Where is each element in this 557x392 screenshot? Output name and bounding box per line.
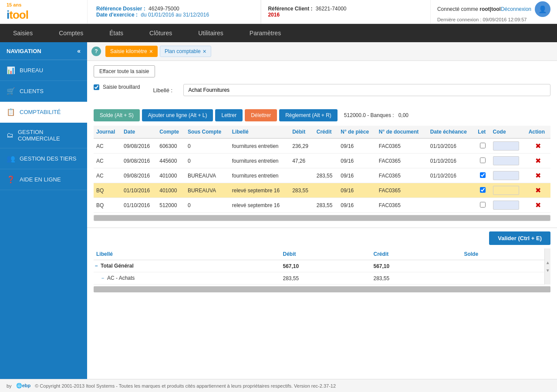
nav-parametres[interactable]: Paramètres bbox=[236, 24, 294, 42]
let-checkbox[interactable] bbox=[480, 187, 486, 193]
code-input[interactable] bbox=[493, 171, 519, 180]
cell-let[interactable] bbox=[475, 168, 490, 183]
cell-libelle: relevé septembre 16 bbox=[230, 198, 290, 213]
sidebar-item-aide-en-ligne[interactable]: ❓ AIDE EN LIGNE bbox=[0, 169, 87, 190]
ref-client-year: 2016 bbox=[268, 12, 423, 18]
cell-action[interactable]: ✖ bbox=[526, 198, 550, 213]
let-checkbox[interactable] bbox=[480, 172, 486, 178]
clients-icon: 🛒 bbox=[7, 87, 15, 95]
deconnexion-link[interactable]: Déconnexion bbox=[501, 6, 531, 12]
summary-expand-icon[interactable]: － bbox=[94, 263, 99, 269]
tab-saisie-km[interactable]: Saisie kilomètre × bbox=[105, 46, 158, 57]
remove-icon[interactable]: ✖ bbox=[535, 142, 541, 150]
nav-utilitaires[interactable]: Utilitaires bbox=[185, 24, 236, 42]
cell-sous-compte: 0 bbox=[185, 138, 230, 154]
let-checkbox[interactable] bbox=[480, 202, 486, 208]
logo-years: 15 ans bbox=[7, 2, 21, 7]
valider-button[interactable]: Valider (Ctrl + E) bbox=[489, 231, 550, 245]
cell-let[interactable] bbox=[475, 198, 490, 213]
table-scroll[interactable]: Journal Date Compte Sous Compte Libellé … bbox=[94, 126, 550, 213]
cell-action[interactable]: ✖ bbox=[526, 138, 550, 154]
logo-text: itool bbox=[7, 8, 28, 21]
logo: 15 ans itool bbox=[7, 2, 28, 22]
summary-scrollbar-thumb[interactable] bbox=[94, 286, 550, 292]
clear-button[interactable]: Effacer toute la saisie bbox=[94, 65, 155, 77]
cell-debit bbox=[290, 168, 314, 183]
help-button[interactable]: ? bbox=[91, 47, 101, 56]
table-row: AC 09/08/2016 445600 0 fournitures entre… bbox=[94, 154, 550, 168]
let-checkbox[interactable] bbox=[480, 157, 486, 163]
ref-dossier-value: 46249-75000 bbox=[149, 6, 179, 12]
tab-saisie-km-close[interactable]: × bbox=[149, 48, 153, 54]
saisie-brouillard-checkbox[interactable] bbox=[94, 84, 99, 90]
content-area: Effacer toute la saisie Saisie brouillar… bbox=[87, 61, 557, 228]
code-input[interactable] bbox=[493, 141, 519, 151]
cell-no-piece: 09/16 bbox=[338, 168, 376, 183]
summary-col-debit: Débit bbox=[280, 248, 371, 260]
cell-let[interactable] bbox=[475, 183, 490, 198]
nav-etats[interactable]: États bbox=[96, 24, 136, 42]
let-checkbox[interactable] bbox=[480, 143, 486, 148]
scroll-down-icon[interactable]: ▼ bbox=[546, 267, 550, 275]
cell-code[interactable] bbox=[490, 183, 526, 198]
cell-date: 09/08/2016 bbox=[121, 138, 157, 154]
tab-saisie-km-label: Saisie kilomètre bbox=[110, 48, 147, 54]
delettrer-button[interactable]: Délettrer bbox=[245, 109, 277, 121]
sidebar-item-clients[interactable]: 🛒 CLIENTS bbox=[0, 81, 87, 102]
cell-code[interactable] bbox=[490, 168, 526, 183]
remove-icon[interactable]: ✖ bbox=[535, 157, 541, 164]
code-input[interactable] bbox=[493, 201, 519, 210]
summary-scrollbar[interactable]: ▲ ▼ bbox=[544, 248, 550, 285]
nav-comptes[interactable]: Comptes bbox=[46, 24, 96, 42]
scrollbar-thumb[interactable] bbox=[94, 215, 550, 221]
nav-collapse-icon[interactable]: « bbox=[77, 47, 81, 54]
remove-icon[interactable]: ✖ bbox=[535, 187, 541, 194]
cell-code[interactable] bbox=[490, 154, 526, 168]
remove-icon[interactable]: ✖ bbox=[535, 201, 541, 209]
sidebar-item-comptabilite[interactable]: 📋 COMPTABILITÉ bbox=[0, 102, 87, 123]
tab-plan-comptable[interactable]: Plan comptable × bbox=[160, 46, 211, 57]
scroll-up-icon[interactable]: ▲ bbox=[546, 259, 550, 267]
nav-saisies[interactable]: Saisies bbox=[0, 24, 46, 42]
libelle-input[interactable] bbox=[183, 84, 550, 96]
ref-dossier-line: Référence Dossier : 46249-75000 bbox=[96, 6, 252, 12]
sidebar-item-bureau[interactable]: 📊 BUREAU bbox=[0, 60, 87, 81]
cell-journal: AC bbox=[94, 138, 121, 154]
cell-let[interactable] bbox=[475, 138, 490, 154]
cell-code[interactable] bbox=[490, 198, 526, 213]
table-header-row: Journal Date Compte Sous Compte Libellé … bbox=[94, 126, 550, 138]
aide-icon: ❓ bbox=[7, 175, 15, 184]
cell-credit bbox=[314, 183, 338, 198]
gestion-commerciale-icon: 🗂 bbox=[7, 131, 14, 139]
cell-action[interactable]: ✖ bbox=[526, 183, 550, 198]
tab-plan-comptable-close[interactable]: × bbox=[203, 48, 206, 54]
data-table: Journal Date Compte Sous Compte Libellé … bbox=[94, 126, 550, 213]
cell-compte: 445600 bbox=[157, 154, 185, 168]
cell-debit: 236,29 bbox=[290, 138, 314, 154]
solde-button[interactable]: Solde (Alt + S) bbox=[94, 109, 140, 121]
ref-client-area: Référence Client : 36221-74000 2016 bbox=[261, 0, 430, 23]
col-sous-compte: Sous Compte bbox=[185, 126, 230, 138]
code-input[interactable] bbox=[493, 186, 519, 195]
summary-col-libelle: Libellé bbox=[94, 248, 280, 260]
user-avatar: 👤 bbox=[535, 1, 550, 17]
cell-action[interactable]: ✖ bbox=[526, 154, 550, 168]
summary-expand-icon[interactable]: － bbox=[100, 275, 105, 281]
cell-let[interactable] bbox=[475, 154, 490, 168]
sidebar-item-gestion-tiers[interactable]: 👥 GESTION DES TIERS bbox=[0, 148, 87, 169]
reglement-button[interactable]: Règlement (Alt + R) bbox=[279, 109, 338, 121]
nav-clotures[interactable]: Clôtures bbox=[136, 24, 185, 42]
remove-icon[interactable]: ✖ bbox=[535, 172, 541, 179]
lettrer-button[interactable]: Lettrer bbox=[215, 109, 243, 121]
sidebar-item-gestion-commerciale[interactable]: 🗂 GESTION COMMERCIALE bbox=[0, 123, 87, 148]
cell-code[interactable] bbox=[490, 138, 526, 154]
summary-header-row: Libellé Débit Crédit Solde bbox=[94, 248, 544, 260]
summary-horizontal-scrollbar[interactable] bbox=[94, 286, 550, 292]
cell-journal: AC bbox=[94, 168, 121, 183]
summary-row: －AC - Achats 283,55 283,55 bbox=[94, 272, 544, 285]
add-line-button[interactable]: Ajouter une ligne (Alt + L) bbox=[142, 109, 213, 121]
sidebar-item-label-gestion-tiers: GESTION DES TIERS bbox=[20, 155, 77, 162]
cell-action[interactable]: ✖ bbox=[526, 168, 550, 183]
horizontal-scrollbar[interactable] bbox=[94, 215, 550, 221]
code-input[interactable] bbox=[493, 156, 519, 165]
